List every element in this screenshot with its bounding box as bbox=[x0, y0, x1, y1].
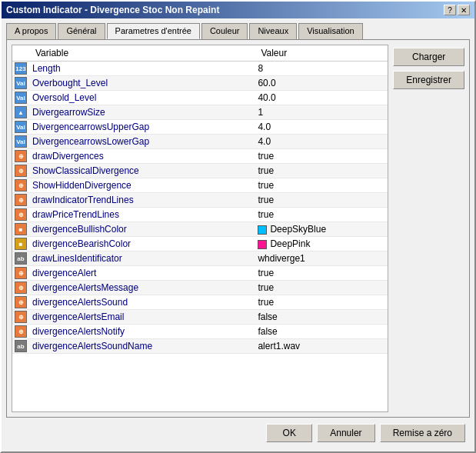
table-row[interactable]: ⊕divergenceAlertsSoundtrue bbox=[12, 295, 388, 310]
tab-couleur[interactable]: Couleur bbox=[201, 23, 248, 39]
tab-parametres[interactable]: Parametres d'entrée bbox=[107, 23, 200, 39]
parameter-table-body: 123Length8ValOverbought_Level60.0ValOver… bbox=[12, 62, 388, 354]
row-icon-cell: ⊕ bbox=[12, 149, 29, 164]
table-row[interactable]: ValDivergencearrowsLowerGap4.0 bbox=[12, 135, 388, 149]
table-row[interactable]: ■divergenceBearishColorDeepPink bbox=[12, 237, 388, 251]
help-button[interactable]: ? bbox=[444, 5, 456, 15]
table-row[interactable]: abdivergenceAlertsSoundNamealert1.wav bbox=[12, 339, 388, 354]
tab-niveaux[interactable]: Niveaux bbox=[249, 23, 297, 39]
row-icon-cell: ⊕ bbox=[12, 281, 29, 295]
row-variable-name: Oversold_Level bbox=[29, 91, 255, 105]
row-variable-name: DivergencearrowsLowerGap bbox=[29, 135, 255, 149]
row-icon: ⊕ bbox=[15, 267, 27, 279]
row-variable-value: true bbox=[255, 281, 388, 295]
content-area: A proposGénéralParametres d'entréeCouleu… bbox=[2, 18, 474, 451]
table-row[interactable]: ⊕drawIndicatorTrendLinestrue bbox=[12, 193, 388, 208]
row-icon-cell: ⊕ bbox=[12, 208, 29, 222]
annuler-button[interactable]: Annuler bbox=[317, 424, 374, 442]
row-icon-cell: 123 bbox=[12, 62, 29, 76]
row-icon-cell: ⊕ bbox=[12, 295, 29, 310]
row-variable-value: 60.0 bbox=[255, 76, 388, 91]
row-icon: ⊕ bbox=[15, 194, 27, 206]
side-buttons: Charger Enregistrer bbox=[388, 45, 464, 412]
row-variable-name: divergenceBullishColor bbox=[29, 222, 255, 237]
enregistrer-button[interactable]: Enregistrer bbox=[393, 71, 464, 89]
row-icon-cell: ab bbox=[12, 251, 29, 266]
row-variable-value: 1 bbox=[255, 105, 388, 120]
row-icon-cell: ▲ bbox=[12, 105, 29, 120]
table-row[interactable]: ValDivergencearrowsUpperGap4.0 bbox=[12, 120, 388, 135]
row-icon-cell: Val bbox=[12, 76, 29, 91]
row-icon-cell: ■ bbox=[12, 237, 29, 251]
table-row[interactable]: ⊕ShowClassicalDivergencetrue bbox=[12, 164, 388, 178]
tab-visualisation[interactable]: Visualisation bbox=[298, 23, 363, 39]
row-variable-name: divergenceAlertsNotify bbox=[29, 325, 255, 339]
row-variable-name: ShowClassicalDivergence bbox=[29, 164, 255, 178]
row-icon: ⊕ bbox=[15, 281, 27, 294]
table-row[interactable]: ⊕drawPriceTrendLinestrue bbox=[12, 208, 388, 222]
col-icon bbox=[12, 45, 29, 62]
row-variable-value: 4.0 bbox=[255, 120, 388, 135]
row-variable-value: false bbox=[255, 310, 388, 325]
row-variable-value: DeepSkyBlue bbox=[255, 222, 388, 237]
title-bar-controls: ? ✕ bbox=[444, 5, 470, 15]
row-icon-cell: ⊕ bbox=[12, 266, 29, 281]
table-row[interactable]: ValOversold_Level40.0 bbox=[12, 91, 388, 105]
row-icon: ■ bbox=[15, 238, 27, 250]
remise-button[interactable]: Remise a zéro bbox=[380, 424, 465, 442]
row-variable-value: true bbox=[255, 178, 388, 193]
table-row[interactable]: 123Length8 bbox=[12, 62, 388, 76]
row-icon: ⊕ bbox=[15, 165, 27, 177]
row-variable-name: DivergearrowSize bbox=[29, 105, 255, 120]
table-row[interactable]: ⊕divergenceAlertsNotifyfalse bbox=[12, 325, 388, 339]
row-variable-name: divergenceAlertsSound bbox=[29, 295, 255, 310]
table-row[interactable]: ⊕divergenceAlertsEmailfalse bbox=[12, 310, 388, 325]
row-variable-value: true bbox=[255, 208, 388, 222]
color-swatch bbox=[258, 240, 267, 249]
tab-apropos[interactable]: A propos bbox=[6, 23, 56, 39]
row-variable-value: true bbox=[255, 149, 388, 164]
main-window: Custom Indicator - Divergence Stoc Non R… bbox=[0, 0, 476, 453]
row-icon: Val bbox=[15, 77, 27, 89]
row-variable-value: true bbox=[255, 193, 388, 208]
row-icon-cell: ⊕ bbox=[12, 164, 29, 178]
row-variable-name: drawPriceTrendLines bbox=[29, 208, 255, 222]
row-variable-name: drawIndicatorTrendLines bbox=[29, 193, 255, 208]
row-icon: ⊕ bbox=[15, 311, 27, 323]
tab-bar: A proposGénéralParametres d'entréeCouleu… bbox=[6, 23, 470, 39]
row-variable-value: false bbox=[255, 325, 388, 339]
row-variable-value: 8 bbox=[255, 62, 388, 76]
table-row[interactable]: ⊕divergenceAlertsMessagetrue bbox=[12, 281, 388, 295]
row-variable-value: 40.0 bbox=[255, 91, 388, 105]
row-icon: Val bbox=[15, 121, 27, 133]
row-icon: 123 bbox=[15, 62, 27, 75]
row-variable-value: 4.0 bbox=[255, 135, 388, 149]
table-row[interactable]: ⊕divergenceAlerttrue bbox=[12, 266, 388, 281]
table-row[interactable]: ■divergenceBullishColorDeepSkyBlue bbox=[12, 222, 388, 237]
row-icon-cell: ⊕ bbox=[12, 310, 29, 325]
row-variable-name: divergenceAlertsEmail bbox=[29, 310, 255, 325]
tab-panel: Variable Valeur 123Length8ValOverbought_… bbox=[6, 39, 470, 418]
row-icon-cell: ⊕ bbox=[12, 178, 29, 193]
row-variable-value: true bbox=[255, 295, 388, 310]
table-row[interactable]: ⊕ShowHiddenDivergencetrue bbox=[12, 178, 388, 193]
table-row[interactable]: ValOverbought_Level60.0 bbox=[12, 76, 388, 91]
row-icon-cell: Val bbox=[12, 120, 29, 135]
row-icon: Val bbox=[15, 92, 27, 104]
close-button[interactable]: ✕ bbox=[458, 5, 470, 15]
ok-button[interactable]: OK bbox=[266, 424, 312, 442]
table-row[interactable]: ⊕drawDivergencestrue bbox=[12, 149, 388, 164]
charger-button[interactable]: Charger bbox=[393, 48, 464, 66]
row-variable-name: ShowHiddenDivergence bbox=[29, 178, 255, 193]
row-icon: ab bbox=[15, 340, 27, 352]
bottom-bar: OK Annuler Remise a zéro bbox=[6, 418, 470, 447]
table-row[interactable]: abdrawLinesIdentificatorwhdiverge1 bbox=[12, 251, 388, 266]
row-variable-name: drawDivergences bbox=[29, 149, 255, 164]
table-row[interactable]: ▲DivergearrowSize1 bbox=[12, 105, 388, 120]
main-row: Variable Valeur 123Length8ValOverbought_… bbox=[12, 45, 464, 412]
row-variable-name: divergenceAlert bbox=[29, 266, 255, 281]
tab-general[interactable]: Général bbox=[58, 23, 105, 39]
row-icon: ⊕ bbox=[15, 208, 27, 221]
row-icon: Val bbox=[15, 135, 27, 148]
parameter-table: Variable Valeur 123Length8ValOverbought_… bbox=[12, 45, 388, 354]
